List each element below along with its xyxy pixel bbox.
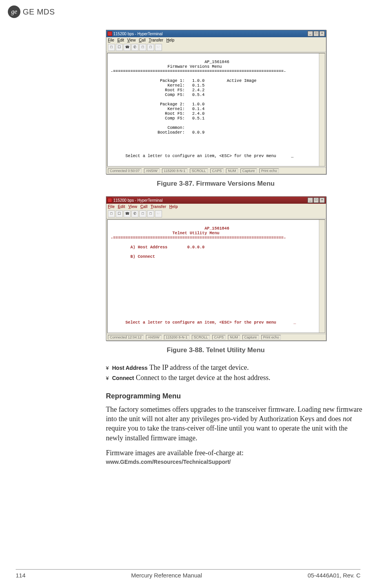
bullet-icon: ¥: [106, 365, 109, 371]
tb-send-icon[interactable]: □: [139, 210, 146, 217]
def-connect: ¥ Connect Connect to the target device a…: [106, 373, 365, 382]
menu-edit[interactable]: Edit: [118, 204, 125, 209]
status-printecho-1: Print echo: [259, 168, 279, 173]
menu-transfer[interactable]: Transfer: [151, 204, 166, 209]
para-2: Firmware images are available free-of-ch…: [106, 448, 365, 458]
header-logo: ge GE MDS: [8, 5, 357, 18]
menu-file[interactable]: File: [108, 38, 114, 42]
tb-open-icon[interactable]: ☐: [116, 44, 123, 51]
menu-help[interactable]: Help: [169, 204, 178, 209]
terminal-text-2: AP_1561846 Telnet Utility Menu -========…: [111, 226, 296, 325]
status-scroll-1: SCROLL: [190, 168, 208, 173]
window-title-2: 115200 bps - HyperTerminal: [113, 198, 163, 203]
status-capture-1: Capture: [240, 168, 257, 173]
support-url[interactable]: www.GEmds.com/Resources/TechnicalSupport…: [106, 458, 365, 466]
status-caps-2: CAPS: [212, 335, 226, 340]
status-emul-2: ANSIW: [146, 335, 162, 340]
terminal-text-1: AP_1561846 Firmware Versions Menu -=====…: [111, 60, 293, 158]
menu-transfer[interactable]: Transfer: [149, 38, 163, 42]
tb-new-icon[interactable]: □: [108, 44, 115, 51]
host-address-text: The IP address of the target device.: [149, 364, 249, 371]
figure-87-block: 115200 bps - HyperTerminal _ □ × File Ed…: [106, 30, 357, 188]
tb-call-icon[interactable]: ☎: [124, 44, 131, 51]
para1-italic: not: [343, 415, 352, 423]
window-title-1: 115200 bps - HyperTerminal: [113, 32, 163, 36]
app-icon: [107, 31, 112, 36]
status-printecho-2: Print echo: [261, 335, 281, 340]
def-host-address: ¥ Host Address The IP address of the tar…: [106, 363, 365, 372]
figure-88-caption: Figure 3-88. Telnet Utility Menu: [106, 346, 326, 354]
close-button[interactable]: ×: [319, 197, 325, 203]
menu-edit[interactable]: Edit: [117, 38, 124, 42]
menu-view[interactable]: View: [127, 38, 136, 42]
toolbar-1: □ ☐ ☎ ✆ □ □ ☞: [106, 43, 326, 52]
menu-file[interactable]: File: [108, 204, 115, 209]
tb-send-icon[interactable]: □: [139, 44, 146, 51]
terminal-body-2: AP_1561846 Telnet Utility Menu -========…: [107, 219, 325, 333]
close-button[interactable]: ×: [319, 31, 325, 36]
menu-call[interactable]: Call: [139, 38, 146, 42]
hyperterminal-window-2: 115200 bps - HyperTerminal _ □ × File Ed…: [106, 196, 326, 341]
tb-prop-icon[interactable]: ☞: [155, 44, 162, 51]
status-scroll-2: SCROLL: [192, 335, 210, 340]
bullet-icon: ¥: [106, 375, 109, 381]
page-footer: 114 Mercury Reference Manual 05-4446A01,…: [16, 569, 360, 579]
minimize-button[interactable]: _: [308, 31, 313, 36]
tb-new-icon[interactable]: □: [108, 210, 115, 217]
menubar-2: File Edit View Call Transfer Help: [106, 204, 326, 210]
toolbar-2: □ ☐ ☎ ✆ □ □ ☞: [106, 210, 326, 219]
menu-call[interactable]: Call: [140, 204, 147, 209]
tb-disc-icon[interactable]: ✆: [131, 44, 138, 51]
para1b: require you to take the trans-ceiver off…: [106, 424, 348, 441]
minimize-button[interactable]: _: [308, 197, 313, 203]
statusbar-1: Connected 0:50:07 ANSIW 115200 8-N-1 SCR…: [106, 167, 326, 174]
app-icon: [107, 198, 112, 203]
tb-prop-icon[interactable]: ☞: [155, 210, 162, 217]
ge-circle-icon: ge: [8, 5, 20, 18]
window-controls: _ □ ×: [308, 197, 325, 203]
status-num-1: NUM: [226, 168, 238, 173]
status-num-2: NUM: [228, 335, 240, 340]
maximize-button[interactable]: □: [313, 197, 319, 203]
figure-88-block: 115200 bps - HyperTerminal _ □ × File Ed…: [106, 196, 357, 354]
scrollbar-2[interactable]: [319, 220, 325, 333]
hyperterminal-window-1: 115200 bps - HyperTerminal _ □ × File Ed…: [106, 30, 326, 174]
tb-recv-icon[interactable]: □: [147, 210, 154, 217]
page-number: 114: [16, 572, 25, 579]
window-controls: _ □ ×: [308, 31, 325, 36]
body-text: ¥ Host Address The IP address of the tar…: [106, 363, 365, 466]
footer-doc: 05-4446A01, Rev. C: [308, 572, 360, 579]
host-address-label: Host Address: [112, 365, 148, 371]
scrollbar-1[interactable]: [319, 53, 325, 166]
status-caps-1: CAPS: [210, 168, 224, 173]
terminal-body-1: AP_1561846 Firmware Versions Menu -=====…: [107, 53, 325, 166]
logo-text: GE MDS: [23, 7, 55, 16]
connect-text: Connect to the target device at the host…: [136, 374, 270, 382]
tb-recv-icon[interactable]: □: [147, 44, 154, 51]
menubar-1: File Edit View Call Transfer Help: [106, 37, 326, 43]
status-capture-2: Capture: [242, 335, 259, 340]
menu-help[interactable]: Help: [166, 38, 175, 42]
tb-open-icon[interactable]: ☐: [116, 210, 123, 217]
statusbar-2: Connected 12:04:12 ANSIW 115200 8-N-1 SC…: [106, 334, 326, 340]
menu-view[interactable]: View: [128, 204, 137, 209]
maximize-button[interactable]: □: [313, 31, 319, 36]
status-connected-2: Connected 12:04:12: [108, 335, 144, 340]
connect-label: Connect: [112, 375, 134, 381]
titlebar-2: 115200 bps - HyperTerminal _ □ ×: [106, 197, 326, 204]
titlebar-1: 115200 bps - HyperTerminal _ □ ×: [106, 30, 326, 37]
tb-disc-icon[interactable]: ✆: [131, 210, 138, 217]
para1a: The factory sometimes offers upgrades to…: [106, 405, 362, 423]
status-emul-1: ANSIW: [144, 168, 160, 173]
status-connected-1: Connected 0:50:07: [108, 168, 142, 173]
reprogramming-heading: Reprogramming Menu: [106, 391, 365, 401]
status-baud-2: 115200 8-N-1: [164, 335, 189, 340]
tb-call-icon[interactable]: ☎: [124, 210, 131, 217]
para-1: The factory sometimes offers upgrades to…: [106, 405, 365, 443]
figure-87-caption: Figure 3-87. Firmware Versions Menu: [106, 180, 326, 188]
status-baud-1: 115200 8-N-1: [162, 168, 187, 173]
footer-title: Mercury Reference Manual: [131, 572, 202, 579]
